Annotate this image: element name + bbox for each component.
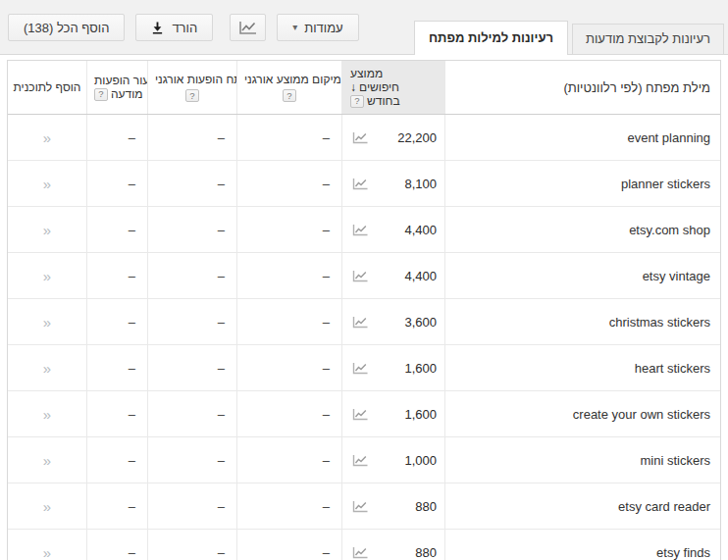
tab-bar: רעיונות לקבוצת מודעות רעיונות למילות מפת… bbox=[414, 21, 724, 55]
add-to-plan-chevron-icon[interactable]: « bbox=[43, 406, 51, 423]
add-to-plan-chevron-icon[interactable]: « bbox=[43, 498, 51, 515]
help-icon[interactable]: ? bbox=[94, 88, 108, 101]
add-to-plan-cell: « bbox=[8, 253, 86, 298]
empty-value: – bbox=[218, 361, 225, 376]
trend-chart-icon[interactable] bbox=[352, 178, 368, 190]
column-header-keyword[interactable]: מילת מפתח (לפי רלוונטיות) bbox=[444, 61, 720, 114]
empty-value: – bbox=[129, 269, 135, 283]
columns-button[interactable]: ▾ עמודות bbox=[277, 14, 358, 41]
add-to-plan-cell: « bbox=[8, 345, 86, 390]
trend-chart-icon[interactable] bbox=[352, 224, 368, 236]
avg-searches-cell: 8,100 bbox=[341, 161, 444, 206]
add-to-plan-cell: « bbox=[8, 207, 86, 252]
add-to-plan-cell: « bbox=[8, 484, 86, 529]
tab-ad-group-ideas[interactable]: רעיונות לקבוצת מודעות bbox=[572, 24, 724, 54]
trend-chart-icon[interactable] bbox=[352, 316, 368, 329]
table-row: etsy card reader 880 – – – « bbox=[8, 484, 720, 530]
help-icon[interactable]: ? bbox=[283, 89, 296, 102]
download-button[interactable]: הורד bbox=[135, 14, 213, 41]
keyword-text: etsy finds bbox=[656, 545, 710, 560]
table-row: mini stickers 1,000 – – – « bbox=[8, 437, 720, 484]
organic-position-cell: – bbox=[236, 299, 341, 344]
table-row: event planning 22,200 – – – « bbox=[8, 115, 720, 161]
add-to-plan-chevron-icon[interactable]: « bbox=[43, 452, 51, 469]
empty-value: – bbox=[218, 499, 225, 514]
empty-value: – bbox=[323, 407, 330, 422]
chart-view-button[interactable] bbox=[230, 14, 266, 41]
avg-searches-cell: 1,600 bbox=[341, 391, 444, 436]
empty-value: – bbox=[323, 453, 330, 468]
organic-impression-share-cell: – bbox=[147, 299, 236, 344]
add-to-plan-chevron-icon[interactable]: « bbox=[43, 222, 51, 238]
avg-searches-cell: 880 bbox=[341, 530, 444, 560]
empty-value: – bbox=[129, 315, 135, 330]
keyword-cell: event planning bbox=[444, 115, 720, 160]
trend-chart-icon[interactable] bbox=[352, 362, 368, 375]
avg-searches-value: 22,200 bbox=[397, 130, 437, 145]
empty-value: – bbox=[129, 545, 135, 560]
add-to-plan-chevron-icon[interactable]: « bbox=[43, 176, 51, 192]
toolbar: הוסף הכל (138) הורד ▾ עמודות רעיונות לקב… bbox=[0, 0, 728, 55]
column-header-ad-impression-share[interactable]: שיעור הופעות מודעה ? bbox=[86, 61, 147, 114]
add-to-plan-chevron-icon[interactable]: « bbox=[43, 268, 51, 284]
add-to-plan-cell: « bbox=[8, 437, 86, 483]
organic-position-cell: – bbox=[236, 115, 341, 160]
keyword-cell: planner stickers bbox=[444, 161, 720, 206]
trend-chart-icon[interactable] bbox=[352, 408, 368, 421]
organic-position-cell: – bbox=[236, 530, 341, 560]
column-header-avg-monthly-searches[interactable]: ממוצע חיפושים ↓ בחודש ? bbox=[341, 61, 444, 114]
toolbar-buttons: הוסף הכל (138) הורד ▾ עמודות bbox=[8, 14, 359, 41]
empty-value: – bbox=[323, 361, 330, 376]
empty-value: – bbox=[323, 545, 330, 560]
avg-searches-line2: חיפושים bbox=[359, 80, 399, 94]
keyword-cell: mini stickers bbox=[444, 437, 720, 483]
add-all-button[interactable]: הוסף הכל (138) bbox=[8, 14, 125, 41]
avg-searches-line1: ממוצע bbox=[350, 67, 383, 80]
trend-chart-icon[interactable] bbox=[352, 131, 368, 144]
help-icon[interactable]: ? bbox=[350, 95, 364, 108]
empty-value: – bbox=[323, 177, 330, 191]
table-row: create your own stickers 1,600 – – – « bbox=[8, 391, 720, 437]
column-header-organic-position[interactable]: מיקום ממוצע אורגני ? bbox=[236, 61, 341, 114]
organic-position-cell: – bbox=[236, 437, 341, 483]
line-chart-icon bbox=[238, 21, 257, 35]
avg-searches-cell: 880 bbox=[341, 484, 444, 529]
keyword-text: etsy.com shop bbox=[629, 223, 710, 237]
add-to-plan-chevron-icon[interactable]: « bbox=[43, 314, 51, 331]
trend-chart-icon[interactable] bbox=[352, 500, 368, 513]
avg-searches-value: 3,600 bbox=[404, 315, 437, 330]
trend-chart-icon[interactable] bbox=[352, 546, 368, 559]
avg-searches-value: 1,600 bbox=[404, 361, 437, 376]
table-row: heart stickers 1,600 – – – « bbox=[8, 345, 720, 391]
avg-searches-value: 4,400 bbox=[404, 269, 437, 283]
add-to-plan-cell: « bbox=[8, 530, 86, 560]
trend-chart-icon[interactable] bbox=[352, 454, 368, 467]
ad-impression-share-cell: – bbox=[86, 207, 147, 252]
keyword-cell: etsy card reader bbox=[444, 484, 720, 529]
organic-impression-share-cell: – bbox=[147, 115, 236, 160]
add-to-plan-cell: « bbox=[8, 391, 86, 436]
add-to-plan-chevron-icon[interactable]: « bbox=[43, 129, 51, 146]
add-to-plan-chevron-icon[interactable]: « bbox=[43, 544, 51, 560]
empty-value: – bbox=[218, 453, 225, 468]
ad-impression-share-cell: – bbox=[86, 345, 147, 390]
avg-searches-cell: 1,000 bbox=[341, 437, 444, 483]
empty-value: – bbox=[323, 499, 330, 514]
column-header-organic-impression-share[interactable]: נתח הופעות אורגני ? bbox=[147, 61, 236, 114]
empty-value: – bbox=[323, 223, 330, 237]
tab-keyword-ideas[interactable]: רעיונות למילות מפתח bbox=[414, 21, 568, 55]
trend-chart-icon[interactable] bbox=[352, 270, 368, 282]
keyword-cell: etsy finds bbox=[444, 530, 720, 560]
help-icon[interactable]: ? bbox=[185, 89, 199, 102]
empty-value: – bbox=[218, 223, 225, 237]
add-to-plan-chevron-icon[interactable]: « bbox=[43, 360, 51, 377]
ad-impression-share-cell: – bbox=[86, 484, 147, 529]
keyword-text: planner stickers bbox=[621, 177, 710, 191]
table-body: event planning 22,200 – – – « planner st… bbox=[8, 115, 720, 560]
organic-impression-share-cell: – bbox=[147, 437, 236, 483]
organic-impression-share-cell: – bbox=[147, 391, 236, 436]
keywords-table: מילת מפתח (לפי רלוונטיות) ממוצע חיפושים … bbox=[7, 60, 721, 560]
empty-value: – bbox=[323, 269, 330, 283]
download-button-label: הורד bbox=[172, 21, 197, 35]
organic-impression-share-cell: – bbox=[147, 253, 236, 298]
